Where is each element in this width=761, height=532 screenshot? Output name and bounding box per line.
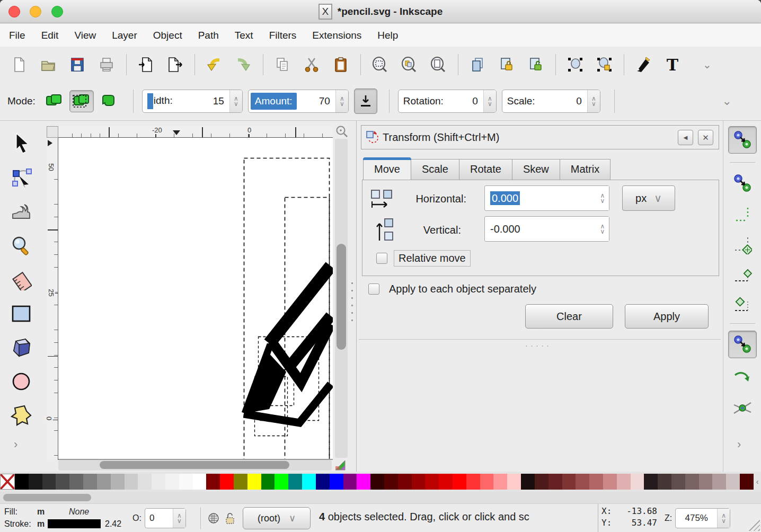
duplicate-button[interactable] — [466, 53, 489, 76]
snap-path-intersections-button[interactable] — [728, 394, 757, 422]
tool-measure[interactable] — [7, 266, 35, 294]
pane-splitter[interactable] — [349, 121, 356, 472]
relative-move-checkbox[interactable] — [376, 253, 387, 264]
palette-swatch[interactable] — [589, 474, 603, 490]
canvas-page[interactable] — [58, 138, 333, 460]
menu-file[interactable]: File — [1, 25, 33, 46]
palette-swatch[interactable] — [179, 474, 193, 490]
palette-swatch[interactable] — [261, 474, 275, 490]
print-button[interactable] — [95, 53, 118, 76]
ungroup-button[interactable] — [592, 53, 616, 76]
opacity-value[interactable]: 0 — [145, 513, 173, 524]
tool-node-editor[interactable] — [7, 164, 35, 192]
palette-swatch[interactable] — [152, 474, 165, 490]
menu-object[interactable]: Object — [145, 25, 190, 46]
spin-down-icon[interactable]: ∨ — [488, 101, 492, 107]
menu-view[interactable]: View — [66, 25, 104, 46]
palette-swatch[interactable] — [439, 474, 453, 490]
rotation-spinbox[interactable]: Rotation: 0 ∧∨ — [398, 90, 497, 113]
palette-swatch[interactable] — [699, 474, 713, 490]
amount-spinbox[interactable]: Amount: 70 ∧∨ — [248, 90, 349, 113]
vertical-value[interactable]: -0.000 — [485, 223, 596, 235]
zoom-spinner[interactable]: ∧∨ — [717, 509, 730, 528]
undo-button[interactable] — [202, 53, 226, 76]
tool-zoom[interactable] — [7, 232, 35, 260]
menu-edit[interactable]: Edit — [33, 25, 67, 46]
palette-swatch[interactable] — [617, 474, 631, 490]
palette-swatch[interactable] — [631, 474, 644, 490]
snap-bbox-button[interactable] — [728, 170, 757, 197]
palette-swatch[interactable] — [562, 474, 576, 490]
snap-bbox-edges-button[interactable] — [728, 200, 757, 228]
width-spinbox[interactable]: idth: 15 ∧∨ — [142, 90, 243, 113]
scale-spinbox[interactable]: Scale: 0 ∧∨ — [502, 90, 600, 113]
zoom-drawing-button[interactable] — [397, 53, 421, 76]
menu-text[interactable]: Text — [227, 25, 261, 46]
palette-swatch[interactable] — [15, 474, 29, 490]
palette-swatch[interactable] — [671, 474, 685, 490]
options-overflow-button[interactable]: ⌄ — [722, 94, 732, 108]
vertical-input[interactable]: -0.000 ∧∨ — [484, 216, 609, 242]
cut-button[interactable] — [300, 53, 323, 76]
dialog-undock-button[interactable]: ◄ — [678, 130, 693, 145]
import-button[interactable] — [134, 53, 157, 76]
opacity-spinbox[interactable]: 0 ∧∨ — [145, 508, 186, 528]
fill-stroke-indicator[interactable]: Fill: m None Stroke: m 2.42 — [4, 506, 121, 530]
scrollbar-thumb[interactable] — [3, 494, 91, 501]
dialog-resize-grip[interactable]: ····· — [525, 341, 552, 350]
redo-button[interactable] — [232, 53, 255, 76]
zoom-selection-button[interactable] — [368, 53, 392, 76]
palette-swatch[interactable] — [493, 474, 507, 490]
palette-swatch[interactable] — [138, 474, 152, 490]
unlink-clone-button[interactable] — [524, 53, 547, 76]
spin-down-icon[interactable]: ∨ — [600, 198, 605, 203]
tool-tweak[interactable] — [7, 198, 35, 226]
scale-value[interactable]: 0 — [535, 95, 587, 107]
current-layer-dropdown[interactable]: (root)∨ — [243, 507, 311, 529]
width-value[interactable]: 15 — [173, 95, 229, 107]
snap-bbox-centers-button[interactable] — [728, 290, 757, 318]
tweak-mode-jitter-button[interactable] — [97, 90, 121, 112]
palette-swatch[interactable] — [220, 474, 234, 490]
palette-swatch[interactable] — [398, 474, 412, 490]
palette-swatch[interactable] — [726, 474, 740, 490]
apply-each-checkbox[interactable] — [368, 283, 379, 295]
palette-scrollbar[interactable] — [0, 492, 761, 503]
spin-down-icon[interactable]: ∨ — [600, 229, 605, 234]
palette-swatch[interactable] — [357, 474, 370, 490]
palette-swatch[interactable] — [29, 474, 42, 490]
palette-swatch[interactable] — [507, 474, 521, 490]
palette-swatch[interactable] — [316, 474, 330, 490]
vertical-spinner[interactable]: ∧∨ — [596, 217, 609, 241]
menu-help[interactable]: Help — [369, 25, 406, 46]
scrollbar-thumb[interactable] — [100, 461, 289, 469]
tab-move[interactable]: Move — [363, 159, 411, 180]
spin-down-icon[interactable]: ∨ — [591, 101, 596, 107]
palette-swatch[interactable] — [535, 474, 548, 490]
clear-button[interactable]: Clear — [525, 304, 613, 329]
palette-swatch[interactable] — [658, 474, 671, 490]
amount-spinner[interactable]: ∧∨ — [335, 90, 348, 112]
tool-selector[interactable] — [7, 129, 35, 157]
save-document-button[interactable] — [66, 53, 89, 76]
palette-swatch[interactable] — [165, 474, 179, 490]
horizontal-spinner[interactable]: ∧∨ — [596, 186, 609, 210]
dialog-close-button[interactable]: ✕ — [698, 130, 713, 145]
paste-button[interactable] — [329, 53, 352, 76]
palette-swatch[interactable] — [521, 474, 535, 490]
zoom-spinbox[interactable]: 475% ∧∨ — [675, 508, 730, 528]
palette-swatch[interactable] — [343, 474, 357, 490]
palette-swatch[interactable] — [685, 474, 699, 490]
menu-filters[interactable]: Filters — [261, 25, 305, 46]
snap-nodes-button[interactable] — [728, 331, 757, 358]
canvas-horizontal-scrollbar[interactable] — [58, 460, 332, 471]
palette-swatch[interactable] — [42, 474, 56, 490]
layer-lock-toggle[interactable] — [225, 512, 235, 527]
palette-swatch[interactable] — [247, 474, 261, 490]
palette-swatch[interactable] — [125, 474, 138, 490]
zoom-value[interactable]: 475% — [676, 513, 717, 524]
palette-swatch[interactable] — [56, 474, 69, 490]
toolbox-expander[interactable]: › — [14, 438, 17, 451]
fill-value[interactable]: None — [69, 507, 89, 517]
palette-swatch[interactable] — [83, 474, 97, 490]
